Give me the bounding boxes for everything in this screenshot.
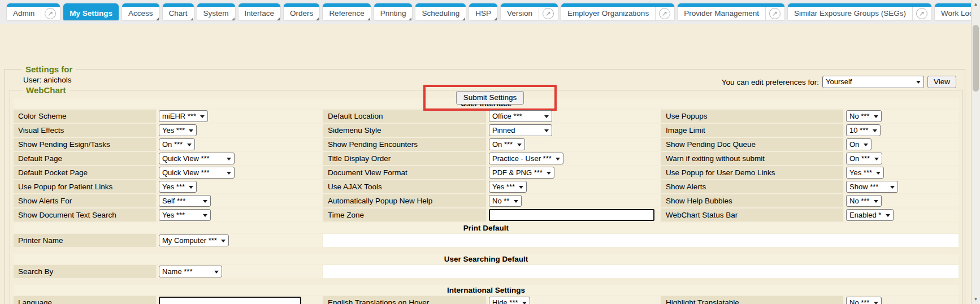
external-link-icon[interactable]: ↗ [769, 8, 780, 19]
external-link-icon[interactable]: ↗ [916, 8, 927, 19]
setting-value-cell: On *** [157, 138, 322, 151]
tab-admin[interactable]: Admin↗ [7, 3, 60, 20]
show-alerts-for-select[interactable]: Self *** [159, 195, 211, 207]
setting-value-cell: PDF & PNG *** [487, 166, 660, 179]
use-ajax-tools-select[interactable]: Yes *** [489, 181, 527, 193]
tab-employer-organizations[interactable]: Employer Organizations↗ [561, 3, 674, 20]
tab-label[interactable]: Similar Exposure Groups (SEGs) [788, 7, 912, 20]
tab-label[interactable]: Provider Management [678, 7, 765, 20]
tab-my-settings[interactable]: My Settings [63, 3, 119, 20]
top-nav: Admin↗My SettingsAccessChartSystemInterf… [0, 0, 980, 24]
printer-name-select[interactable]: My Computer *** [159, 234, 229, 246]
show-pending-esign-tasks-select[interactable]: On *** [159, 138, 195, 150]
tab-provider-management[interactable]: Provider Management↗ [678, 3, 784, 20]
setting-value-cell: On [844, 138, 959, 151]
default-location-select[interactable]: Office *** [489, 110, 552, 122]
visual-effects-select[interactable]: Yes *** [159, 124, 197, 136]
dropdown-corner-icon [277, 18, 280, 20]
setting-value-cell: Quick View *** [157, 166, 322, 179]
scroll-down-icon[interactable]: ▼ [972, 295, 980, 304]
setting-value-cell: No *** [844, 194, 959, 207]
tab-chart[interactable]: Chart [163, 3, 194, 20]
sidemenu-style-select[interactable]: Pinned [489, 124, 552, 136]
use-popup-for-user-demo-links-select[interactable]: Yes *** [846, 167, 884, 179]
setting-value-cell: My Computer *** [157, 234, 322, 247]
tab-version[interactable]: Version↗ [501, 3, 558, 20]
settings-for-legend: Settings for [22, 64, 76, 74]
tab-label[interactable]: Printing [374, 7, 413, 20]
show-document-text-search-select[interactable]: Yes *** [159, 209, 211, 221]
tab-label[interactable]: Reference [323, 7, 370, 20]
default-pocket-page-select[interactable]: Quick View *** [159, 167, 235, 179]
setting-label: Document View Format [323, 166, 486, 179]
tab-label[interactable]: Access [122, 7, 159, 20]
color-scheme-select[interactable]: miEHR *** [159, 110, 208, 122]
tab-interface[interactable]: Interface [239, 3, 281, 20]
default-page-select[interactable]: Quick View *** [159, 153, 235, 164]
tab-orders[interactable]: Orders [284, 3, 319, 20]
search-by-select[interactable]: Name *** [159, 266, 222, 277]
automatically-popup-new-help-select[interactable]: No ** [489, 195, 522, 207]
preferences-for-select[interactable]: Yourself [822, 76, 924, 88]
tab-similar-exposure-groups-segs[interactable]: Similar Exposure Groups (SEGs)↗ [788, 3, 931, 20]
use-popup-for-patient-links-select[interactable]: Yes *** [159, 181, 197, 193]
dropdown-corner-icon [316, 18, 319, 20]
language-input[interactable] [159, 297, 301, 304]
tab-label[interactable]: HSP [469, 7, 497, 20]
highlight-translatable-select[interactable]: No *** [846, 297, 882, 304]
section-header-row: Print Default [14, 223, 959, 233]
tab-reference[interactable]: Reference [323, 3, 370, 20]
tab-label[interactable]: Interface [239, 7, 281, 20]
show-alerts-select[interactable]: Show *** [846, 181, 898, 193]
external-link-icon[interactable]: ↗ [659, 8, 670, 19]
title-display-order-select[interactable]: Practice - User *** [489, 153, 563, 164]
scrollbar-thumb[interactable] [973, 25, 979, 92]
section-header-international-settings: International Settings [14, 285, 959, 295]
dropdown-corner-icon [190, 18, 193, 20]
tab-label[interactable]: Admin [7, 7, 41, 20]
webchart-status-bar-select[interactable]: Enabled * [846, 209, 894, 221]
tab-label[interactable]: System [197, 7, 235, 20]
warn-if-exiting-without-submit-select[interactable]: On *** [846, 153, 882, 164]
tab-label[interactable]: Employer Organizations [561, 7, 655, 20]
show-pending-encounters-select[interactable]: On *** [489, 138, 525, 150]
setting-value-cell: Pinned [487, 124, 660, 137]
tab-access[interactable]: Access [122, 3, 159, 20]
use-popups-select[interactable]: No *** [846, 110, 882, 122]
image-limit-select[interactable]: 10 *** [846, 124, 881, 136]
webchart-legend: WebChart [23, 85, 70, 95]
setting-value-cell: Yes *** [157, 180, 322, 193]
tab-label[interactable]: Chart [163, 7, 194, 20]
vertical-scrollbar[interactable]: ▲ ▼ [971, 0, 980, 304]
time-zone-input[interactable] [489, 209, 654, 221]
tab-printing[interactable]: Printing [374, 3, 413, 20]
setting-label: Default Pocket Page [14, 166, 156, 179]
table-row: Search ByName *** [14, 265, 959, 278]
show-pending-doc-queue-select[interactable]: On [846, 138, 871, 150]
tab-label[interactable]: Version [501, 7, 539, 20]
setting-value-cell: Practice - User *** [487, 152, 660, 165]
scroll-up-icon[interactable]: ▲ [972, 0, 980, 9]
tab-label[interactable]: My Settings [63, 7, 119, 20]
tab-label[interactable]: Orders [284, 7, 319, 20]
external-link-icon[interactable]: ↗ [543, 8, 554, 19]
english-translations-on-hover-select[interactable]: Hide *** [489, 297, 530, 304]
tab-label[interactable]: Scheduling [415, 7, 466, 20]
setting-label: Color Scheme [14, 110, 156, 123]
setting-value-cell: Yes *** [844, 166, 959, 179]
setting-value-cell: Office *** [487, 110, 660, 123]
section-header-row: International Settings [14, 285, 959, 295]
setting-label: Highlight Translatable [661, 296, 843, 304]
tab-system[interactable]: System [197, 3, 235, 20]
submit-settings-button[interactable]: Submit Settings [456, 91, 524, 105]
setting-value-cell: Yes *** [487, 180, 660, 193]
setting-label: Show Pending Encounters [323, 138, 486, 151]
section-header-user-searching-default: User Searching Default [14, 254, 959, 264]
view-button[interactable]: View [927, 76, 956, 88]
document-view-format-select[interactable]: PDF & PNG *** [489, 167, 554, 179]
tab-scheduling[interactable]: Scheduling [415, 3, 466, 20]
show-help-bubbles-select[interactable]: No *** [846, 195, 882, 207]
external-link-icon[interactable]: ↗ [45, 8, 56, 19]
setting-label: Sidemenu Style [323, 124, 486, 137]
tab-hsp[interactable]: HSP [469, 3, 497, 20]
